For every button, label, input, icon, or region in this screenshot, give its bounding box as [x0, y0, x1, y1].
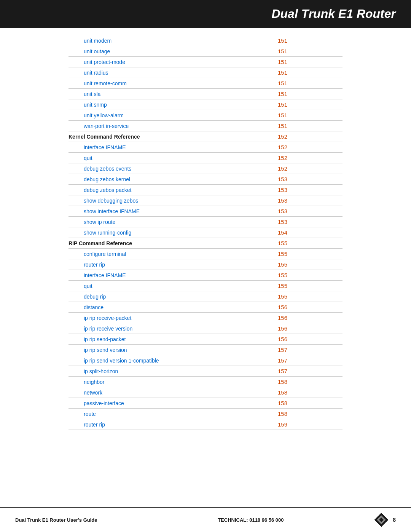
toc-row[interactable]: debug zebos packet153: [68, 185, 342, 195]
toc-page: 153: [274, 206, 342, 217]
toc-page: 158: [274, 398, 342, 409]
toc-label: router rip: [68, 419, 274, 430]
toc-row[interactable]: ip rip send version 1-compatible157: [68, 355, 342, 366]
toc-row[interactable]: unit outage151: [68, 46, 342, 57]
toc-label: show ip route: [68, 217, 274, 227]
toc-row[interactable]: neighbor158: [68, 377, 342, 387]
toc-page: 158: [274, 377, 342, 387]
toc-label: ip split-horizon: [68, 366, 274, 377]
toc-row[interactable]: passive-interface158: [68, 398, 342, 409]
toc-page: 155: [274, 281, 342, 291]
toc-label: ip rip send version 1-compatible: [68, 355, 274, 366]
toc-row[interactable]: ip rip send version157: [68, 345, 342, 355]
toc-page: 155: [274, 270, 342, 281]
toc-row[interactable]: wan-port in-service151: [68, 121, 342, 131]
toc-page: 151: [274, 67, 342, 78]
footer-guide-title: Dual Trunk E1 Router User's Guide: [15, 517, 97, 523]
toc-row[interactable]: configure terminal155: [68, 249, 342, 259]
toc-page: 151: [274, 121, 342, 131]
content-area: unit modem151unit outage151unit protect-…: [0, 28, 411, 460]
toc-row[interactable]: unit radius151: [68, 67, 342, 78]
toc-label: ip rip receive version: [68, 323, 274, 334]
toc-row[interactable]: unit remote-comm151: [68, 78, 342, 89]
toc-row[interactable]: Kernel Command Reference152: [68, 131, 342, 142]
toc-page: 156: [274, 323, 342, 334]
toc-page: 151: [274, 46, 342, 57]
toc-row[interactable]: network158: [68, 387, 342, 398]
footer-right: 8: [374, 512, 396, 527]
toc-label: unit sla: [68, 89, 274, 99]
toc-row[interactable]: quit152: [68, 153, 342, 163]
toc-row[interactable]: show debugging zebos153: [68, 195, 342, 206]
toc-page: 156: [274, 302, 342, 313]
footer-technical: TECHNICAL: 0118 96 56 000: [127, 517, 374, 523]
toc-row[interactable]: RIP Command Reference155: [68, 238, 342, 249]
toc-page: 157: [274, 355, 342, 366]
toc-row[interactable]: ip rip receive version156: [68, 323, 342, 334]
toc-row[interactable]: unit modem151: [68, 35, 342, 46]
toc-label: passive-interface: [68, 398, 274, 409]
toc-page: 152: [274, 163, 342, 174]
toc-row[interactable]: interface IFNAME155: [68, 270, 342, 281]
toc-label: unit outage: [68, 46, 274, 57]
toc-row[interactable]: unit sla151: [68, 89, 342, 99]
toc-label: unit yellow-alarm: [68, 110, 274, 121]
toc-row[interactable]: show interface IFNAME153: [68, 206, 342, 217]
toc-label: network: [68, 387, 274, 398]
toc-label: ip rip send-packet: [68, 334, 274, 345]
toc-label: unit protect-mode: [68, 57, 274, 67]
toc-row[interactable]: ip rip send-packet156: [68, 334, 342, 345]
toc-page: 155: [274, 259, 342, 270]
toc-row[interactable]: ip rip receive-packet156: [68, 313, 342, 323]
toc-row[interactable]: route158: [68, 409, 342, 419]
toc-label: configure terminal: [68, 249, 274, 259]
toc-row[interactable]: debug zebos events152: [68, 163, 342, 174]
toc-label: quit: [68, 281, 274, 291]
toc-page: 155: [274, 238, 342, 249]
toc-label: show interface IFNAME: [68, 206, 274, 217]
toc-page: 151: [274, 78, 342, 89]
toc-row[interactable]: interface IFNAME152: [68, 142, 342, 153]
toc-label: ip rip receive-packet: [68, 313, 274, 323]
toc-row[interactable]: unit snmp151: [68, 99, 342, 110]
toc-label: router rip: [68, 259, 274, 270]
toc-row[interactable]: unit yellow-alarm151: [68, 110, 342, 121]
toc-label: debug zebos packet: [68, 185, 274, 195]
toc-page: 151: [274, 89, 342, 99]
toc-label: quit: [68, 153, 274, 163]
toc-row[interactable]: ip split-horizon157: [68, 366, 342, 377]
toc-page: 155: [274, 291, 342, 302]
toc-row[interactable]: show ip route153: [68, 217, 342, 227]
toc-page: 153: [274, 217, 342, 227]
toc-label: Kernel Command Reference: [68, 131, 274, 142]
toc-label: debug zebos events: [68, 163, 274, 174]
toc-label: ip rip send version: [68, 345, 274, 355]
toc-page: 153: [274, 185, 342, 195]
page-number: 8: [393, 517, 396, 523]
toc-row[interactable]: show running-config154: [68, 227, 342, 238]
toc-label: debug rip: [68, 291, 274, 302]
toc-row[interactable]: distance156: [68, 302, 342, 313]
toc-label: show running-config: [68, 227, 274, 238]
toc-page: 155: [274, 249, 342, 259]
toc-label: unit snmp: [68, 99, 274, 110]
toc-page: 156: [274, 334, 342, 345]
toc-page: 152: [274, 142, 342, 153]
toc-label: debug zebos kernel: [68, 174, 274, 185]
toc-label: show debugging zebos: [68, 195, 274, 206]
toc-row[interactable]: debug zebos kernel153: [68, 174, 342, 185]
page-header: Dual Trunk E1 Router: [0, 0, 411, 28]
toc-label: unit modem: [68, 35, 274, 46]
toc-label: route: [68, 409, 274, 419]
toc-label: unit remote-comm: [68, 78, 274, 89]
toc-row[interactable]: router rip155: [68, 259, 342, 270]
toc-row[interactable]: router rip159: [68, 419, 342, 430]
toc-label: interface IFNAME: [68, 142, 274, 153]
toc-row[interactable]: unit protect-mode151: [68, 57, 342, 67]
toc-label: RIP Command Reference: [68, 238, 274, 249]
toc-label: interface IFNAME: [68, 270, 274, 281]
toc-row[interactable]: quit155: [68, 281, 342, 291]
toc-row[interactable]: debug rip155: [68, 291, 342, 302]
toc-page: 158: [274, 409, 342, 419]
toc-label: distance: [68, 302, 274, 313]
